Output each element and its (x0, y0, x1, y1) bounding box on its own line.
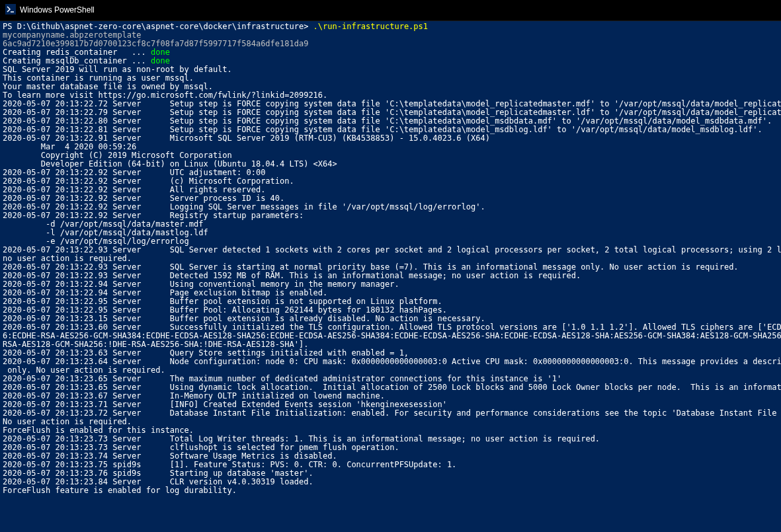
terminal-output[interactable]: PS D:\Github\aspnet-zero-core\aspnet-cor… (0, 21, 781, 532)
terminal-line: ForceFlush feature is enabled for log du… (3, 486, 778, 495)
window-titlebar[interactable]: Windows PowerShell (0, 0, 781, 21)
powershell-icon (5, 4, 16, 17)
window-title: Windows PowerShell (20, 6, 95, 15)
